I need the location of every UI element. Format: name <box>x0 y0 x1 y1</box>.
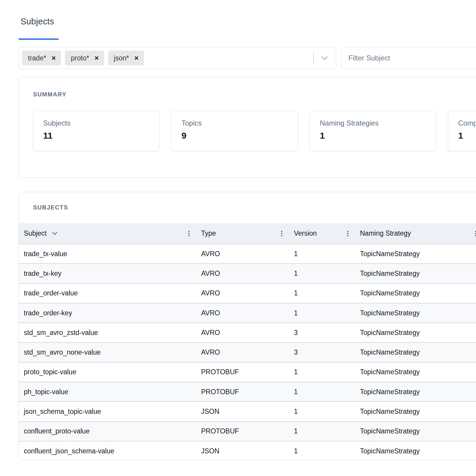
sort-chevron-down-icon <box>52 232 57 235</box>
cell-subject: trade_tx-value <box>19 244 196 263</box>
remove-chip-icon[interactable]: ✕ <box>134 55 139 61</box>
cell-subject: confluent_proto-value <box>19 422 196 441</box>
tab-subjects[interactable]: Subjects <box>21 17 54 26</box>
column-header-version[interactable]: Version <box>289 223 355 244</box>
subject-filter-input[interactable] <box>341 47 476 69</box>
filter-chip-trade[interactable]: trade* ✕ <box>22 51 61 65</box>
cell-type: PROTOBUF <box>196 382 289 401</box>
card-label: Subjects <box>43 119 159 127</box>
cell-type: AVRO <box>196 343 289 362</box>
chevron-down-icon[interactable] <box>321 56 328 61</box>
cell-type: AVRO <box>196 264 289 283</box>
cell-version: 1 <box>289 441 355 460</box>
cell-version: 1 <box>289 303 355 322</box>
card-value: 11 <box>43 131 159 141</box>
summary-panel: SUMMARY Subjects 11 Topics 9 Naming Stra… <box>18 77 476 178</box>
cell-naming-strategy: TopicNameStrategy <box>355 323 476 342</box>
cell-naming-strategy: TopicNameStrategy <box>355 363 476 382</box>
chip-label: json* <box>114 54 129 62</box>
cell-subject: ph_topic-value <box>19 382 196 401</box>
cell-naming-strategy: TopicNameStrategy <box>355 284 476 303</box>
cell-version: 1 <box>289 244 355 263</box>
remove-chip-icon[interactable]: ✕ <box>94 55 99 61</box>
cell-subject: json_schema_topic-value <box>19 402 196 421</box>
column-header-label: Version <box>294 229 317 237</box>
cell-type: AVRO <box>196 284 289 303</box>
cell-version: 1 <box>289 284 355 303</box>
cell-version: 3 <box>289 343 355 362</box>
cell-type: AVRO <box>196 303 289 322</box>
column-menu-icon[interactable] <box>188 231 190 236</box>
cell-subject: confluent_json_schema-value <box>19 441 196 460</box>
table-row[interactable]: trade_tx-key AVRO 1 TopicNameStrategy <box>19 263 476 283</box>
cell-naming-strategy: TopicNameStrategy <box>355 343 476 362</box>
summary-card-topics: Topics 9 <box>171 111 298 151</box>
subject-filter-multiselect[interactable]: trade* ✕ proto* ✕ json* ✕ <box>18 47 336 69</box>
column-header-subject[interactable]: Subject <box>19 223 196 244</box>
table-row[interactable]: std_sm_avro_none-value AVRO 3 TopicNameS… <box>19 342 476 362</box>
cell-subject: std_sm_avro_zstd-value <box>19 323 196 342</box>
summary-card-compatibility: Compa 1 <box>448 111 476 151</box>
cell-version: 1 <box>289 402 355 421</box>
table-row[interactable]: trade_tx-value AVRO 1 TopicNameStrategy <box>19 244 476 263</box>
cell-type: PROTOBUF <box>196 363 289 382</box>
table-row[interactable]: std_sm_avro_zstd-value AVRO 3 TopicNameS… <box>19 322 476 342</box>
column-header-label: Naming Strategy <box>360 229 411 237</box>
cell-type: AVRO <box>196 244 289 263</box>
subjects-section-title: SUBJECTS <box>33 204 68 211</box>
card-value: 1 <box>320 131 436 141</box>
cell-type: JSON <box>196 402 289 421</box>
filter-chip-json[interactable]: json* ✕ <box>108 51 144 65</box>
cell-subject: trade_tx-key <box>19 264 196 283</box>
table-row[interactable]: confluent_proto-value PROTOBUF 1 TopicNa… <box>19 421 476 441</box>
cell-subject: proto_topic-value <box>19 363 196 382</box>
filter-chip-proto[interactable]: proto* ✕ <box>65 51 104 65</box>
chip-label: trade* <box>28 54 46 62</box>
card-value: 1 <box>458 131 476 141</box>
cell-type: PROTOBUF <box>196 422 289 441</box>
column-header-naming-strategy[interactable]: Naming Strategy <box>355 223 476 244</box>
table-row[interactable]: json_schema_topic-value JSON 1 TopicName… <box>19 401 476 421</box>
card-value: 9 <box>181 131 298 141</box>
cell-version: 1 <box>289 363 355 382</box>
cell-naming-strategy: TopicNameStrategy <box>355 402 476 421</box>
card-label: Topics <box>181 119 298 127</box>
cell-type: AVRO <box>196 323 289 342</box>
summary-card-naming-strategies: Naming Strategies 1 <box>310 111 436 151</box>
column-menu-icon[interactable] <box>347 231 348 236</box>
cell-naming-strategy: TopicNameStrategy <box>355 382 476 401</box>
cell-naming-strategy: TopicNameStrategy <box>355 441 476 460</box>
cell-naming-strategy: TopicNameStrategy <box>355 303 476 322</box>
cell-version: 1 <box>289 264 355 283</box>
active-tab-underline <box>18 38 59 40</box>
cell-subject: trade_order-key <box>19 303 196 322</box>
remove-chip-icon[interactable]: ✕ <box>51 55 56 61</box>
table-row[interactable]: proto_topic-value PROTOBUF 1 TopicNameSt… <box>19 362 476 382</box>
column-header-label: Subject <box>24 229 47 237</box>
column-header-type[interactable]: Type <box>196 223 289 244</box>
page: Subjects trade* ✕ proto* ✕ json* ✕ SUMMA… <box>0 0 476 476</box>
summary-card-subjects: Subjects 11 <box>33 111 159 151</box>
cell-naming-strategy: TopicNameStrategy <box>355 264 476 283</box>
cell-subject: std_sm_avro_none-value <box>19 343 196 362</box>
cell-naming-strategy: TopicNameStrategy <box>355 422 476 441</box>
column-menu-icon[interactable] <box>281 231 282 236</box>
cell-version: 3 <box>289 323 355 342</box>
cell-type: JSON <box>196 441 289 460</box>
cell-version: 1 <box>289 382 355 401</box>
cell-naming-strategy: TopicNameStrategy <box>355 244 476 263</box>
column-header-label: Type <box>201 229 216 237</box>
table-row[interactable]: trade_order-value AVRO 1 TopicNameStrate… <box>19 283 476 303</box>
subjects-section-title-area: SUBJECTS <box>19 192 476 223</box>
table-row[interactable]: confluent_json_schema-value JSON 1 Topic… <box>19 441 476 460</box>
multiselect-divider <box>313 52 314 65</box>
summary-section-title: SUMMARY <box>33 91 66 98</box>
table-row[interactable]: trade_order-key AVRO 1 TopicNameStrategy <box>19 303 476 322</box>
filter-chip-list: trade* ✕ proto* ✕ json* ✕ <box>22 51 144 65</box>
card-label: Naming Strategies <box>320 119 436 127</box>
chip-label: proto* <box>71 54 89 62</box>
card-label: Compa <box>458 119 476 127</box>
table-row[interactable]: ph_topic-value PROTOBUF 1 TopicNameStrat… <box>19 382 476 401</box>
summary-cards: Subjects 11 Topics 9 Naming Strategies 1… <box>33 111 476 151</box>
table-header-row: Subject Type Version Naming Strategy <box>19 223 476 244</box>
